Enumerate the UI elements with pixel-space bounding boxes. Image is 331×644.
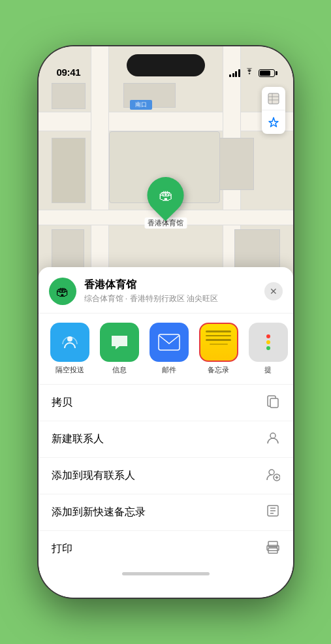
map-controls — [262, 87, 285, 134]
phone-screen: 09:41 — [39, 46, 293, 598]
messages-icon — [100, 323, 139, 362]
wifi-icon — [244, 68, 255, 78]
venue-pin: 🏟 香港体育馆 — [144, 177, 187, 229]
action-copy-label: 拷贝 — [52, 396, 72, 410]
svg-rect-8 — [268, 541, 277, 547]
action-list: 拷贝 新建联系人 — [39, 385, 293, 567]
map-type-button[interactable] — [262, 87, 285, 110]
close-button[interactable]: ✕ — [264, 282, 283, 300]
svg-rect-2 — [159, 334, 180, 350]
more-icon — [249, 323, 288, 362]
action-add-notes-label: 添加到新快速备忘录 — [52, 506, 146, 519]
action-new-contact-label: 新建联系人 — [52, 432, 104, 446]
svg-rect-0 — [268, 93, 279, 104]
action-copy[interactable]: 拷贝 — [39, 385, 293, 421]
home-indicator — [122, 572, 210, 575]
action-new-contact[interactable]: 新建联系人 — [39, 421, 293, 458]
mail-icon — [150, 323, 189, 362]
place-header: 🏟 香港体育馆 综合体育馆 · 香港特别行政区 油尖旺区 ✕ — [39, 267, 293, 314]
svg-point-4 — [270, 433, 276, 438]
battery-icon — [259, 69, 275, 77]
add-notes-icon — [266, 504, 280, 521]
mail-label: 邮件 — [162, 365, 176, 375]
place-name: 香港体育馆 — [84, 278, 264, 292]
airdrop-icon — [50, 323, 89, 362]
status-time: 09:41 — [57, 67, 81, 78]
copy-icon — [266, 394, 280, 411]
place-icon: 🏟 — [49, 278, 76, 305]
add-existing-icon — [266, 467, 280, 485]
action-add-notes[interactable]: 添加到新快速备忘录 — [39, 494, 293, 531]
svg-point-11 — [276, 547, 277, 549]
new-contact-icon — [266, 430, 280, 448]
place-info: 香港体育馆 综合体育馆 · 香港特别行政区 油尖旺区 — [84, 278, 264, 304]
status-icons — [229, 68, 275, 78]
bottom-sheet: 🏟 香港体育馆 综合体育馆 · 香港特别行政区 油尖旺区 ✕ — [39, 267, 293, 598]
notes-icon — [199, 323, 238, 362]
share-item-messages[interactable]: 信息 — [99, 323, 140, 375]
svg-rect-3 — [270, 398, 278, 408]
location-button[interactable] — [262, 110, 285, 134]
messages-label: 信息 — [112, 365, 127, 375]
action-print[interactable]: 打印 — [39, 531, 293, 567]
map-label-south: 南口 — [130, 100, 152, 110]
notes-label: 备忘录 — [208, 365, 229, 375]
action-add-existing-label: 添加到现有联系人 — [52, 469, 135, 483]
airdrop-label: 隔空投送 — [55, 365, 84, 375]
dynamic-island — [127, 54, 205, 76]
action-add-existing[interactable]: 添加到现有联系人 — [39, 458, 293, 494]
svg-point-5 — [269, 470, 274, 475]
more-label: 提 — [264, 365, 272, 375]
signal-icon — [229, 69, 240, 77]
share-item-airdrop[interactable]: 隔空投送 — [49, 323, 91, 375]
print-icon — [266, 540, 280, 558]
share-actions-row: 隔空投送 信息 — [39, 314, 293, 385]
share-item-mail[interactable]: 邮件 — [148, 323, 190, 375]
place-description: 综合体育馆 · 香港特别行政区 油尖旺区 — [84, 293, 264, 304]
share-item-more[interactable]: 提 — [247, 323, 289, 375]
phone-frame: 09:41 — [39, 46, 293, 598]
share-item-notes[interactable]: 备忘录 — [198, 323, 240, 375]
action-print-label: 打印 — [52, 542, 72, 556]
